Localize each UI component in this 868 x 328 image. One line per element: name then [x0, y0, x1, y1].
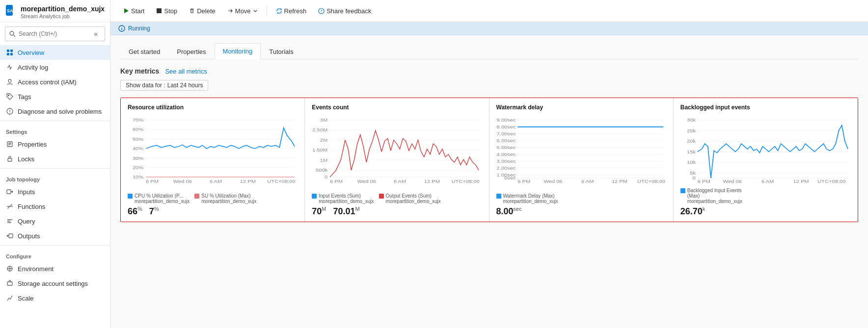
search-box[interactable]: « [5, 26, 105, 41]
sidebar-item-outputs[interactable]: Outputs [0, 228, 110, 243]
sidebar-item-query[interactable]: Query [0, 214, 110, 228]
tab-monitoring[interactable]: Monitoring [215, 43, 261, 59]
legend-label-backlogged: Backlogged Input Events (Max)morepartiti… [687, 188, 749, 204]
sidebar-item-locks[interactable]: Locks [0, 151, 110, 166]
storage-icon [6, 279, 14, 287]
sidebar-item-iam[interactable]: Access control (IAM) [0, 75, 110, 89]
chart-area-backlogged: 30k 25k 20k 15k 10k 5k 0 6 PM Wed 06 6 A… [680, 115, 851, 185]
sidebar-scale-label: Scale [18, 295, 34, 302]
sidebar-header: SA morepartition_demo_xujx Stream Analyt… [0, 0, 110, 23]
sidebar-activity-label: Activity log [18, 64, 48, 71]
refresh-icon [276, 8, 282, 14]
tab-tutorials[interactable]: Tutorials [261, 44, 301, 59]
chart-legend-resource: CPU % Utilization (P...morepartition_dem… [128, 193, 298, 204]
play-icon [123, 8, 129, 14]
svg-text:10k: 10k [687, 160, 696, 165]
scale-icon [6, 294, 14, 302]
key-metrics-title: Key metrics [120, 67, 159, 75]
resource-utilization-card: Resource utilization 70% 60% [121, 98, 305, 222]
chart-value-backlogged: 26.70k [680, 206, 705, 217]
sidebar-item-inputs[interactable]: Inputs [0, 184, 110, 199]
svg-text:Wed 06: Wed 06 [543, 179, 562, 183]
sidebar-properties-label: Properties [18, 141, 47, 148]
sidebar-inputs-label: Inputs [18, 188, 35, 196]
svg-text:2.00sec: 2.00sec [496, 166, 515, 171]
svg-text:60%: 60% [133, 127, 143, 132]
start-button[interactable]: Start [118, 5, 149, 17]
legend-item-su: SU % Utilization (Max)morepartition_demo… [194, 193, 256, 204]
svg-text:0: 0 [693, 176, 696, 180]
sidebar-outputs-label: Outputs [18, 232, 40, 240]
svg-text:UTC+08:00: UTC+08:00 [267, 179, 295, 183]
chart-values-resource: 66% 7% [128, 206, 298, 217]
activity-icon [6, 63, 14, 71]
legend-label-su: SU % Utilization (Max)morepartition_demo… [201, 193, 256, 204]
move-icon [227, 8, 233, 14]
legend-label-watermark: Watermark Delay (Max)morepartition_demo_… [503, 193, 558, 204]
chart-title-resource: Resource utilization [128, 104, 298, 111]
chart-area-resource: 70% 60% 50% 40% 30% 20% 10% 6 PM Wed 06 [128, 115, 298, 190]
filter-row: Show data for : Last 24 hours [120, 80, 858, 91]
sidebar-item-storage-account[interactable]: Storage account settings [0, 276, 110, 291]
settings-section-label: Settings [0, 123, 110, 137]
events-count-card: Events count 3M 2.50M 2M 1.50M [305, 98, 489, 222]
legend-item-input-events: Input Events (Sum)morepartition_demo_xuj… [312, 193, 374, 204]
tag-icon [6, 93, 14, 101]
legend-item-cpu: CPU % Utilization (P...morepartition_dem… [128, 193, 190, 204]
sidebar-item-properties[interactable]: Properties [0, 137, 110, 151]
svg-text:12 PM: 12 PM [424, 179, 440, 183]
svg-text:6 PM: 6 PM [330, 179, 343, 183]
sidebar-environment-label: Environment [18, 265, 54, 273]
search-input[interactable] [19, 30, 88, 37]
chart-area-events: 3M 2.50M 2M 1.50M 1M 500k 0 6 PM Wed 06 … [312, 115, 482, 190]
svg-text:1.50M: 1.50M [313, 148, 328, 152]
status-bar: Running [110, 22, 868, 35]
filter-chip[interactable]: Show data for : Last 24 hours [120, 80, 208, 91]
overview-icon [6, 49, 14, 56]
chart-title-events: Events count [312, 104, 482, 111]
sidebar-item-diagnose[interactable]: Diagnose and solve problems [0, 104, 110, 119]
sidebar-item-functions[interactable]: Functions [0, 199, 110, 214]
svg-text:3M: 3M [320, 118, 327, 123]
svg-text:6 PM: 6 PM [517, 179, 530, 183]
app-subtitle: Stream Analytics job [21, 13, 105, 19]
info-icon [118, 25, 125, 32]
sidebar: SA morepartition_demo_xujx Stream Analyt… [0, 0, 110, 328]
sidebar-item-overview[interactable]: Overview [0, 45, 110, 60]
svg-text:2M: 2M [320, 138, 327, 143]
legend-item-watermark: Watermark Delay (Max)morepartition_demo_… [496, 193, 558, 204]
tab-properties[interactable]: Properties [168, 44, 214, 59]
sidebar-item-scale[interactable]: Scale [0, 291, 110, 305]
legend-item-output-events: Output Events (Sum)morepartition_demo_xu… [379, 193, 441, 204]
svg-text:12 PM: 12 PM [240, 179, 256, 183]
sidebar-item-tags[interactable]: Tags [0, 89, 110, 104]
legend-label-output: Output Events (Sum)morepartition_demo_xu… [386, 193, 441, 204]
see-all-metrics-link[interactable]: See all metrics [165, 68, 207, 75]
svg-text:6 AM: 6 AM [581, 179, 594, 183]
sidebar-item-environment[interactable]: Environment [0, 261, 110, 276]
svg-rect-4 [7, 50, 9, 52]
share-feedback-button[interactable]: Share feedback [313, 5, 376, 17]
svg-text:7.00sec: 7.00sec [496, 131, 515, 136]
svg-rect-15 [8, 158, 12, 161]
delete-button[interactable]: Delete [184, 5, 220, 17]
chevron-down-icon [253, 8, 258, 13]
svg-rect-16 [7, 190, 11, 194]
svg-text:12 PM: 12 PM [611, 179, 627, 183]
sidebar-diagnose-label: Diagnose and solve problems [18, 108, 102, 115]
collapse-button[interactable]: « [91, 29, 101, 39]
environment-icon [6, 265, 14, 273]
svg-text:UTC+08:00: UTC+08:00 [452, 179, 480, 183]
svg-text:5k: 5k [690, 170, 696, 175]
svg-text:SA: SA [7, 8, 13, 13]
move-button[interactable]: Move [222, 5, 263, 17]
refresh-button[interactable]: Refresh [271, 5, 312, 17]
query-icon [6, 217, 14, 225]
status-label: Running [128, 25, 150, 32]
chart-title-watermark: Watermark delay [496, 104, 666, 111]
sidebar-item-activity-log[interactable]: Activity log [0, 60, 110, 75]
sidebar-iam-label: Access control (IAM) [18, 78, 77, 86]
svg-text:UTC+08:00: UTC+08:00 [637, 179, 665, 183]
stop-button[interactable]: Stop [151, 5, 182, 17]
tab-get-started[interactable]: Get started [120, 44, 168, 59]
